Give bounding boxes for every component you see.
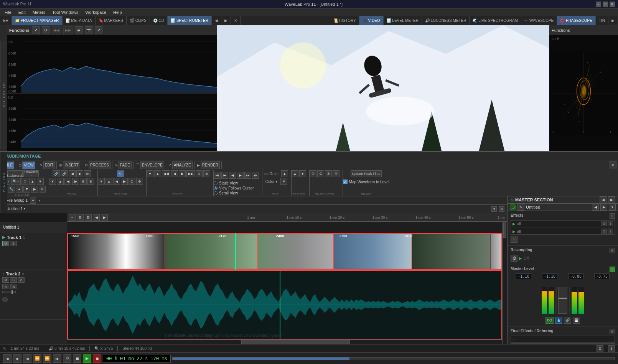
nav-up[interactable]: ▲ — [29, 178, 36, 185]
tab-history[interactable]: 📜 HISTORY — [330, 16, 359, 25]
master-fader[interactable] — [558, 287, 567, 314]
zoom-btn9[interactable]: ▶ — [72, 178, 79, 185]
static-view-radio[interactable] — [214, 181, 218, 185]
insert-btn[interactable]: INSERT — [63, 161, 80, 169]
snap-2[interactable]: ② — [317, 170, 324, 177]
zoom-btn6[interactable]: ▼ — [49, 178, 56, 185]
color-btn[interactable]: Color ▾ — [263, 179, 280, 184]
clip-down[interactable]: ▼ — [280, 178, 287, 185]
zoom-btn10[interactable]: ⊕ — [80, 178, 87, 185]
track2-read[interactable]: R — [2, 284, 9, 289]
v-scrollbar[interactable] — [502, 222, 507, 344]
minimize-button[interactable]: − — [596, 2, 601, 7]
pb-prev[interactable]: ◀ — [229, 172, 236, 179]
master-power-btn[interactable]: ⏻ — [510, 204, 516, 210]
tab-level-meter[interactable]: 📊 LEVEL METER — [384, 16, 422, 25]
tab-spectrometer[interactable]: 📊 SPECTROMETER — [168, 16, 212, 25]
nav-btn-f[interactable]: ⊕ — [39, 186, 46, 193]
static-view-option[interactable]: Static View — [214, 181, 254, 185]
snap-4[interactable]: ④ — [333, 170, 339, 177]
effect-2-s[interactable]: S — [602, 229, 607, 234]
spec-camera[interactable]: 📷 — [85, 26, 92, 34]
follows-cursor-radio[interactable] — [214, 186, 218, 190]
scroll-btn7[interactable]: ⊕ — [196, 170, 203, 177]
cursor-btn6[interactable]: ⊙ — [129, 178, 135, 185]
zoom-btn7[interactable]: ▲ — [57, 178, 64, 185]
h-scroll-thumb[interactable] — [241, 340, 350, 344]
menu-file[interactable]: File — [2, 9, 15, 15]
tab-arr-r2[interactable]: ▶ — [608, 16, 618, 25]
status-settings-btn[interactable]: ⚙ — [597, 345, 603, 352]
track2-volume-fader[interactable] — [2, 291, 16, 293]
track-down[interactable]: ▼ — [299, 170, 306, 177]
track2-phase[interactable]: Ø — [18, 277, 25, 283]
file-group-arrow[interactable]: ▾ — [38, 198, 40, 203]
master-preset-menu[interactable]: ▾ — [609, 204, 616, 211]
resampling-expand[interactable]: ⊕ — [610, 248, 615, 253]
transport-loop[interactable]: ↺ — [63, 354, 71, 363]
track1-mute[interactable]: M — [2, 241, 9, 246]
level-save-btn[interactable]: 💾 — [573, 317, 580, 324]
tab-er[interactable]: ER — [0, 16, 12, 25]
add-effect-btn[interactable]: + — [511, 236, 517, 243]
nav-btn-d[interactable]: ▼ — [23, 186, 30, 193]
tab-markers[interactable]: 🔖 MARKERS — [96, 16, 127, 25]
master-preset-next[interactable]: ▶ — [600, 204, 607, 211]
pb-fwd[interactable]: ⏭ — [244, 172, 251, 179]
cursor-btn2[interactable]: ▼ — [98, 178, 105, 185]
transport-ff-fwd[interactable]: ⏩ — [43, 354, 51, 363]
transport-stop[interactable]: ⏹ — [73, 354, 81, 363]
nav-btn-b[interactable]: 🔧 — [8, 186, 15, 193]
track2-write[interactable]: W — [10, 284, 17, 289]
nav-btn-c[interactable]: ▲ — [16, 186, 23, 193]
pb-rewind[interactable]: ⏮ — [221, 172, 228, 179]
nav-zoom-in[interactable]: 🔍+ — [11, 178, 20, 185]
tab-project-manager[interactable]: 📁 PROJECT MANAGER — [12, 16, 63, 25]
master-edit-btn[interactable]: ✎ — [517, 204, 524, 211]
spec-btn1[interactable]: ↗ — [32, 26, 40, 34]
master-preset-prev[interactable]: ◀ — [592, 204, 599, 211]
level-comp-btn[interactable]: 💧 — [555, 317, 562, 324]
effect-1-s[interactable]: S — [602, 221, 607, 226]
scroll-btn2[interactable]: ▲ — [154, 170, 161, 177]
plugins-indicator[interactable]: PLUG-INS — [0, 152, 7, 213]
transport-to-start[interactable]: ⏮ — [3, 354, 12, 363]
update-peaks-btn[interactable]: Update Peak Files — [351, 170, 382, 177]
menu-meters[interactable]: Meters — [30, 9, 49, 15]
master-next-btn[interactable]: ▶ — [608, 196, 615, 203]
add-file-group-btn[interactable]: + — [30, 198, 36, 204]
zoom-btn3[interactable]: ◀ — [69, 170, 76, 177]
cursor-btn4[interactable]: ◀ — [113, 178, 120, 185]
tab-video[interactable]: 🎥 VIDEO — [359, 16, 384, 25]
transport-record[interactable]: ⏺ — [93, 354, 101, 363]
track2-solo[interactable]: S — [10, 277, 17, 283]
scroll-view-option[interactable]: Scroll View — [214, 191, 254, 195]
fade-btn[interactable]: FADE — [119, 161, 132, 169]
nav-btn-e[interactable]: ▶ — [31, 186, 38, 193]
level-eq-btn[interactable]: EQ — [545, 317, 554, 324]
tab-loudness-meter[interactable]: 🔊 LOUDNESS METER — [422, 16, 470, 25]
menu-workspace[interactable]: Workspace — [82, 9, 109, 15]
tab-cd[interactable]: 💿 CD — [150, 16, 168, 25]
pb-next[interactable]: ▶ — [237, 172, 244, 179]
cursor-btn3[interactable]: ▲ — [105, 178, 112, 185]
master-level-expand[interactable]: ⊕ — [610, 267, 615, 272]
pb-rewind-start[interactable]: ⏮ — [214, 172, 221, 179]
tab-arrow-right[interactable]: ▶ — [221, 16, 231, 25]
clip-up[interactable]: ▲ — [281, 170, 288, 177]
tab-close-spec[interactable]: ✕ — [231, 16, 241, 25]
spec-btn5[interactable]: ⏮ — [75, 26, 82, 34]
follows-cursor-option[interactable]: View Follows Cursor — [214, 186, 254, 190]
pb-fwd-end[interactable]: ⏭ — [252, 172, 259, 179]
cursor-btn5[interactable]: ▶ — [121, 178, 128, 185]
track2-circle[interactable] — [2, 297, 8, 302]
zoom-btn2[interactable]: 🔗 — [61, 170, 68, 177]
transport-rewind[interactable]: ⏮ — [23, 354, 31, 363]
h-scrollbar[interactable] — [67, 339, 502, 344]
add-track-btn[interactable]: + — [69, 214, 76, 221]
nav-fwd-btn[interactable]: Forwards → — [23, 170, 39, 177]
scroll-btn3[interactable]: ◀◀ — [162, 170, 170, 177]
transport-next[interactable]: ⏭ — [53, 354, 61, 363]
zoom-btn4[interactable]: ▶ — [76, 170, 83, 177]
restore-button[interactable]: □ — [603, 2, 608, 7]
